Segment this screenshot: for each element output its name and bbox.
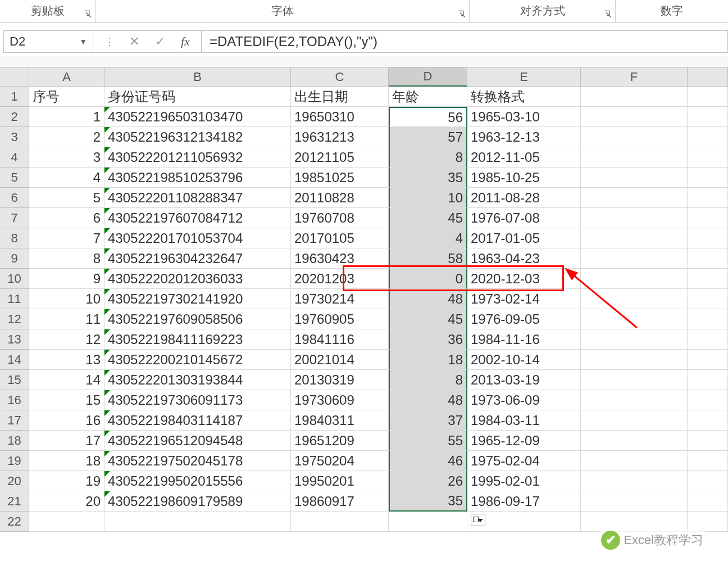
cell-D18[interactable]: 55	[389, 431, 467, 451]
row-header-9[interactable]: 9	[0, 248, 29, 269]
row-header-10[interactable]: 10	[0, 269, 29, 289]
cell-E7[interactable]: 1976-07-08	[467, 208, 581, 228]
cell-D10[interactable]: 0	[389, 269, 467, 289]
row-header-19[interactable]: 19	[0, 451, 29, 471]
dropdown-icon[interactable]: ▼	[79, 37, 87, 46]
cell-F13[interactable]	[581, 329, 688, 350]
cell-E4[interactable]: 2012-11-05	[467, 147, 581, 168]
cell-F3[interactable]	[581, 127, 688, 147]
cell-D2[interactable]: 56	[389, 107, 467, 127]
cell-G12[interactable]	[688, 309, 728, 329]
cell-E2[interactable]: 1965-03-10	[467, 107, 581, 127]
cell-D22[interactable]	[389, 512, 467, 532]
cell-F1[interactable]	[581, 87, 688, 107]
cell-B2[interactable]: 430522196503103470	[104, 107, 291, 127]
cell-B6[interactable]: 430522201108288347	[104, 188, 291, 208]
row-header-5[interactable]: 5	[0, 168, 29, 188]
cell-C6[interactable]: 20110828	[291, 188, 389, 208]
row-header-11[interactable]: 11	[0, 289, 29, 309]
cell-C22[interactable]	[291, 512, 389, 532]
cell-B21[interactable]: 430522198609179589	[104, 491, 291, 512]
row-header-14[interactable]: 14	[0, 350, 29, 370]
row-header-15[interactable]: 15	[0, 370, 29, 390]
row-header-1[interactable]: 1	[0, 87, 29, 107]
cell-B20[interactable]: 430522199502015556	[104, 471, 291, 491]
cell-E12[interactable]: 1976-09-05	[467, 309, 581, 329]
cell-C2[interactable]: 19650310	[291, 107, 389, 127]
cell-B4[interactable]: 430522201211056932	[104, 147, 291, 168]
cell-C3[interactable]: 19631213	[291, 127, 389, 147]
cell-C15[interactable]: 20130319	[291, 370, 389, 390]
cell-G11[interactable]	[688, 289, 728, 309]
cell-G9[interactable]	[688, 248, 728, 269]
cell-D6[interactable]: 10	[389, 188, 467, 208]
select-all-corner[interactable]	[0, 67, 29, 87]
cell-C19[interactable]: 19750204	[291, 451, 389, 471]
cell-D15[interactable]: 8	[389, 370, 467, 390]
cell-F6[interactable]	[581, 188, 688, 208]
col-header-C[interactable]: C	[291, 67, 389, 87]
cell-A17[interactable]: 16	[29, 410, 104, 431]
cell-G13[interactable]	[688, 329, 728, 350]
cell-E20[interactable]: 1995-02-01	[467, 471, 581, 491]
cell-A6[interactable]: 5	[29, 188, 104, 208]
cell-B14[interactable]: 430522200210145672	[104, 350, 291, 370]
dialog-launcher-icon[interactable]	[458, 10, 466, 20]
expand-icon[interactable]: ⋮	[104, 35, 113, 48]
cell-E17[interactable]: 1984-03-11	[467, 410, 581, 431]
col-header-A[interactable]: A	[29, 67, 104, 87]
cell-A3[interactable]: 2	[29, 127, 104, 147]
cell-A21[interactable]: 20	[29, 491, 104, 512]
cell-E8[interactable]: 2017-01-05	[467, 228, 581, 248]
col-header-E[interactable]: E	[467, 67, 581, 87]
cell-B1[interactable]: 身份证号码	[104, 87, 291, 107]
cell-F17[interactable]	[581, 410, 688, 431]
row-header-20[interactable]: 20	[0, 471, 29, 491]
cell-E6[interactable]: 2011-08-28	[467, 188, 581, 208]
cell-G5[interactable]	[688, 168, 728, 188]
cell-C1[interactable]: 出生日期	[291, 87, 389, 107]
cell-G21[interactable]	[688, 491, 728, 512]
cell-B8[interactable]: 430522201701053704	[104, 228, 291, 248]
cell-D3[interactable]: 57	[389, 127, 467, 147]
cell-F21[interactable]	[581, 491, 688, 512]
col-header-blank[interactable]	[688, 67, 728, 87]
cell-G1[interactable]	[688, 87, 728, 107]
row-header-13[interactable]: 13	[0, 329, 29, 350]
cell-D8[interactable]: 4	[389, 228, 467, 248]
cell-B12[interactable]: 430522197609058506	[104, 309, 291, 329]
cell-G17[interactable]	[688, 410, 728, 431]
cell-C9[interactable]: 19630423	[291, 248, 389, 269]
cell-B10[interactable]: 430522202012036033	[104, 269, 291, 289]
row-header-12[interactable]: 12	[0, 309, 29, 329]
cell-C18[interactable]: 19651209	[291, 431, 389, 451]
cell-D19[interactable]: 46	[389, 451, 467, 471]
row-header-8[interactable]: 8	[0, 228, 29, 248]
cell-C11[interactable]: 19730214	[291, 289, 389, 309]
cell-G7[interactable]	[688, 208, 728, 228]
cell-E14[interactable]: 2002-10-14	[467, 350, 581, 370]
cell-F5[interactable]	[581, 168, 688, 188]
cell-E10[interactable]: 2020-12-03	[467, 269, 581, 289]
cell-B19[interactable]: 430522197502045178	[104, 451, 291, 471]
cell-E5[interactable]: 1985-10-25	[467, 168, 581, 188]
cell-D12[interactable]: 45	[389, 309, 467, 329]
cell-D17[interactable]: 37	[389, 410, 467, 431]
cell-C16[interactable]: 19730609	[291, 390, 389, 410]
cell-A20[interactable]: 19	[29, 471, 104, 491]
cell-F14[interactable]	[581, 350, 688, 370]
cell-A9[interactable]: 8	[29, 248, 104, 269]
ribbon-group-number[interactable]: 数字	[616, 0, 728, 22]
cell-F19[interactable]	[581, 451, 688, 471]
row-header-3[interactable]: 3	[0, 127, 29, 147]
cell-D5[interactable]: 35	[389, 168, 467, 188]
cell-E19[interactable]: 1975-02-04	[467, 451, 581, 471]
cell-G6[interactable]	[688, 188, 728, 208]
row-header-18[interactable]: 18	[0, 431, 29, 451]
cell-F2[interactable]	[581, 107, 688, 127]
cell-C5[interactable]: 19851025	[291, 168, 389, 188]
cell-B13[interactable]: 430522198411169223	[104, 329, 291, 350]
cell-G14[interactable]	[688, 350, 728, 370]
cell-C12[interactable]: 19760905	[291, 309, 389, 329]
cell-B18[interactable]: 430522196512094548	[104, 431, 291, 451]
